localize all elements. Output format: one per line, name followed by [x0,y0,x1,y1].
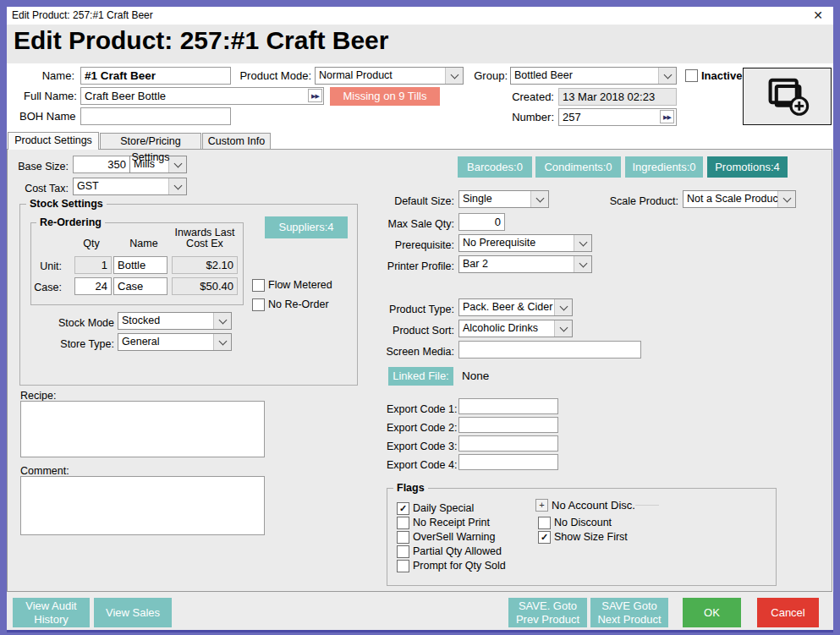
save-goto-next-button[interactable]: SAVE Goto Next Product [590,598,668,627]
product-type-select[interactable]: Pack. Beer & Cider [458,298,573,316]
case-cost-value: $50.40 [172,277,238,295]
case-row-label: Case: [33,279,62,296]
no-discount-checkbox[interactable] [538,517,551,529]
chevron-down-icon[interactable] [530,191,548,207]
prerequisite-select[interactable]: No Prerequisite [458,234,592,252]
name-input[interactable] [80,67,231,85]
full-name-input[interactable] [80,87,324,105]
no-receipt-print-checkbox[interactable] [397,517,409,529]
expander-divider [635,505,659,506]
suppliers-button[interactable]: Suppliers:4 [265,216,348,238]
printer-profile-select[interactable]: Bar 2 [458,255,592,273]
export-code-2-input[interactable] [458,417,558,433]
stock-settings-title: Stock Settings [26,199,107,210]
tab-custom-info[interactable]: Custom Info [202,133,271,149]
export-code-2-label: Export Code 2: [387,419,456,436]
duplicate-product-button[interactable] [743,68,832,125]
case-name-input[interactable] [113,277,167,295]
number-input[interactable] [558,108,677,126]
prompt-qty-sold-checkbox[interactable] [397,560,409,572]
ok-button[interactable]: OK [683,598,741,627]
daily-special-checkbox[interactable]: ✓ [397,502,409,515]
condiments-button[interactable]: Condiments:0 [535,156,621,178]
promotions-button[interactable]: Promotions:4 [707,156,788,178]
boh-name-input[interactable] [80,107,231,125]
view-audit-history-button[interactable]: View Audit History [13,598,90,627]
recipe-textarea[interactable] [20,401,265,457]
partial-qty-allowed-checkbox[interactable] [397,545,409,558]
product-type-label: Product Type: [384,301,454,318]
default-size-value: Single [459,191,530,207]
chevron-down-icon[interactable] [168,178,186,194]
tab-product-settings[interactable]: Product Settings [8,132,99,150]
chevron-down-icon[interactable] [574,256,591,272]
missing-tills-button[interactable]: Missing on 9 Tills [330,87,440,106]
show-size-first-label: Show Size First [554,531,628,544]
view-sales-button[interactable]: View Sales [94,598,172,627]
case-qty-input[interactable] [74,277,112,295]
number-expand-button[interactable]: ▶▶ [660,110,674,123]
product-settings-panel: Base Size: Mills Cost Tax: GST Stock Set… [7,149,832,592]
ingredients-button[interactable]: Ingredients:0 [625,156,703,178]
unit-name-input[interactable] [113,256,167,274]
export-code-1-label: Export Code 1: [387,401,456,418]
partial-qty-allowed-label: Partial Qty Allowed [413,545,502,558]
tab-store-pricing-settings[interactable]: Store/Pricing Settings [100,133,201,149]
full-name-expand-button[interactable]: ▶▶ [308,89,322,102]
product-sort-select[interactable]: Alcoholic Drinks [458,320,573,337]
printer-profile-label: Printer Profile: [376,258,454,275]
group-select[interactable]: Bottled Beer [510,67,677,85]
inactive-checkbox[interactable] [685,69,698,82]
product-mode-select[interactable]: Normal Product [315,67,464,85]
chevron-down-icon[interactable] [554,299,572,315]
no-reorder-checkbox[interactable] [252,298,265,311]
chevron-down-icon[interactable] [168,156,186,172]
scale-product-select[interactable]: Not a Scale Product [683,190,796,208]
show-size-first-checkbox[interactable]: ✓ [538,531,551,544]
base-size-input[interactable] [73,156,130,173]
daily-special-label: Daily Special [413,502,474,515]
number-label: Number: [489,109,554,126]
close-icon[interactable]: ✕ [813,8,823,22]
flow-metered-checkbox[interactable] [252,279,265,292]
save-goto-prev-button[interactable]: SAVE. Goto Prev Product [508,598,587,627]
oversell-warning-checkbox[interactable] [397,531,409,544]
comment-textarea[interactable] [20,476,265,535]
export-code-4-input[interactable] [458,454,558,470]
prerequisite-label: Prerequisite: [384,237,454,254]
chevron-down-icon[interactable] [658,68,676,84]
default-size-select[interactable]: Single [458,190,549,208]
chevron-down-icon[interactable] [574,235,591,251]
prerequisite-value: No Prerequisite [459,235,574,251]
linked-file-button[interactable]: Linked File: [388,367,453,386]
header-band: Edit Product: 257:#1 Craft Beer [7,25,833,63]
export-code-4-label: Export Code 4: [387,457,456,474]
max-sale-qty-input[interactable] [458,213,505,231]
export-code-3-label: Export Code 3: [387,438,456,455]
printer-profile-value: Bar 2 [459,256,574,272]
scale-product-label: Scale Product: [600,193,678,210]
chevron-down-icon[interactable] [445,68,463,84]
copy-add-icon [763,76,812,117]
barcodes-button[interactable]: Barcodes:0 [458,156,532,178]
chevron-down-icon[interactable] [213,334,231,350]
reorder-col-name: Name [124,238,163,249]
cost-tax-value: GST [74,178,168,194]
chevron-down-icon[interactable] [554,320,572,337]
page-title: Edit Product: 257:#1 Craft Beer [14,26,388,55]
name-label: Name: [24,68,74,85]
no-account-disc-expander[interactable]: + [535,499,548,512]
cost-tax-select[interactable]: GST [73,178,187,195]
product-mode-value: Normal Product [316,68,445,84]
screen-media-input[interactable] [458,341,641,359]
base-size-label: Base Size: [16,158,69,175]
chevron-down-icon[interactable] [777,191,795,207]
unit-cost-value: $2.10 [172,256,238,274]
chevron-down-icon[interactable] [213,313,231,329]
store-type-select[interactable]: General [118,333,232,351]
export-code-3-input[interactable] [458,435,558,452]
stock-mode-select[interactable]: Stocked [118,312,232,330]
export-code-1-input[interactable] [458,398,558,414]
product-mode-label: Product Mode: [233,68,311,85]
cancel-button[interactable]: Cancel [757,598,819,627]
